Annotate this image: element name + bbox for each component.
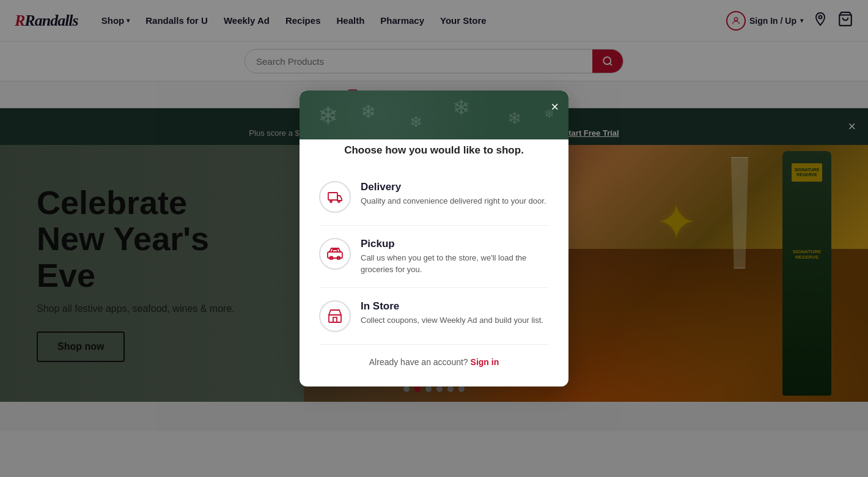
shopping-mode-modal: ❄ ❄ ❄ ❄ ❄ ❄ × Choose how you would like … xyxy=(300,91,568,386)
modal-sign-in-link[interactable]: Sign in xyxy=(471,357,499,367)
svg-text:❄: ❄ xyxy=(507,109,521,128)
modal-close-button[interactable]: × xyxy=(551,100,559,114)
svg-rect-12 xyxy=(328,193,337,200)
svg-point-13 xyxy=(330,201,332,202)
pickup-option[interactable]: Pickup Call us when you get to the store… xyxy=(319,226,549,287)
modal-header-background: ❄ ❄ ❄ ❄ ❄ ❄ xyxy=(300,91,568,139)
modal-footer-text: Already have an account? xyxy=(369,357,468,367)
delivery-title: Delivery xyxy=(361,181,546,193)
in-store-title: In Store xyxy=(361,300,543,312)
modal-overlay[interactable]: ❄ ❄ ❄ ❄ ❄ ❄ × Choose how you would like … xyxy=(0,0,868,477)
svg-text:❄: ❄ xyxy=(452,95,470,119)
svg-rect-19 xyxy=(329,315,341,322)
svg-point-14 xyxy=(338,201,340,202)
in-store-desc: Collect coupons, view Weekly Ad and buil… xyxy=(361,315,543,326)
store-building-icon xyxy=(319,300,351,332)
delivery-option-text: Delivery Quality and convenience deliver… xyxy=(361,181,546,207)
in-store-option[interactable]: In Store Collect coupons, view Weekly Ad… xyxy=(319,288,549,345)
svg-rect-20 xyxy=(333,317,337,322)
svg-text:❄: ❄ xyxy=(410,113,422,130)
in-store-option-text: In Store Collect coupons, view Weekly Ad… xyxy=(361,300,543,326)
delivery-option[interactable]: Delivery Quality and convenience deliver… xyxy=(319,169,549,226)
delivery-desc: Quality and convenience delivered right … xyxy=(361,196,546,207)
modal-footer: Already have an account? Sign in xyxy=(319,357,549,367)
svg-rect-18 xyxy=(333,250,337,252)
pickup-desc: Call us when you get to the store, we'll… xyxy=(361,253,549,275)
modal-heading: Choose how you would like to shop. xyxy=(319,144,549,157)
pickup-car-icon xyxy=(319,238,351,270)
svg-text:❄: ❄ xyxy=(361,102,376,122)
pickup-option-text: Pickup Call us when you get to the store… xyxy=(361,238,549,275)
pickup-title: Pickup xyxy=(361,238,549,250)
svg-text:❄: ❄ xyxy=(318,102,339,129)
delivery-truck-icon xyxy=(319,181,351,213)
